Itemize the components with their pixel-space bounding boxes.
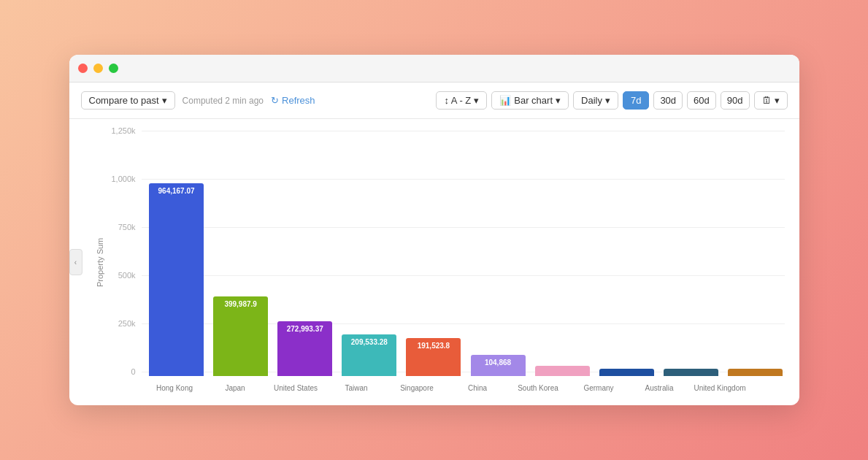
x-label-germany: Germany — [572, 377, 626, 398]
bar-group-taiwan[interactable]: 209,533.28 — [340, 126, 399, 376]
chevron-down-icon: ▾ — [162, 95, 167, 106]
bar-group-china[interactable]: 104,868 — [469, 126, 527, 376]
period-60d-button[interactable]: 60d — [687, 91, 716, 110]
bar-group-singapore[interactable]: 191,523.8 — [404, 126, 463, 376]
period-90d-button[interactable]: 90d — [721, 91, 750, 110]
bar-hong-kong: 964,167.07 — [149, 183, 204, 376]
refresh-label: Refresh — [282, 95, 315, 106]
period-30d-label: 30d — [660, 95, 676, 106]
toolbar: Compare to past ▾ Computed 2 min ago ↻ R… — [69, 83, 799, 119]
x-label-australia: Australia — [632, 377, 687, 398]
bar-group-australia[interactable] — [661, 126, 720, 376]
period-7d-button[interactable]: 7d — [623, 91, 649, 110]
sort-chevron-icon: ▾ — [474, 95, 479, 106]
bar-germany — [599, 369, 654, 376]
bar-value-label: 964,167.07 — [149, 187, 204, 195]
close-button[interactable] — [78, 64, 88, 73]
computed-text: Computed 2 min ago — [183, 96, 264, 106]
grid-label-750k: 750k — [109, 223, 142, 231]
compare-label: Compare to past — [89, 95, 159, 106]
grid-label-500k: 500k — [109, 271, 142, 280]
grid-label-1000k: 1,000k — [109, 175, 142, 183]
grid-label-1250k: 1,250k — [109, 126, 142, 135]
maximize-button[interactable] — [109, 64, 118, 73]
main-window: Compare to past ▾ Computed 2 min ago ↻ R… — [69, 55, 799, 405]
period-daily-button[interactable]: Daily ▾ — [573, 91, 618, 110]
bar-australia — [664, 369, 718, 376]
period-60d-label: 60d — [694, 95, 710, 106]
x-label-taiwan: Taiwan — [329, 377, 384, 398]
bar-value-label: 272,993.37 — [277, 325, 332, 333]
chart-inner: 1,250k 1,000k 750k 500k — [109, 126, 785, 398]
bar-value-label: 191,523.8 — [406, 342, 461, 350]
x-label-south-korea: South Korea — [511, 377, 566, 398]
bar-group-hong-kong[interactable]: 964,167.07 — [147, 126, 206, 376]
grid-area: 1,250k 1,000k 750k 500k — [109, 126, 785, 398]
minimize-button[interactable] — [93, 64, 103, 73]
refresh-button[interactable]: ↻ Refresh — [271, 95, 315, 106]
x-label-japan: Japan — [208, 377, 263, 398]
bar-group-south-korea[interactable] — [533, 126, 591, 376]
period-90d-label: 90d — [727, 95, 743, 106]
calendar-button[interactable]: 🗓 ▾ — [754, 91, 788, 110]
scroll-left-button[interactable]: ‹ — [69, 249, 82, 275]
toolbar-left: Compare to past ▾ Computed 2 min ago ↻ R… — [81, 91, 429, 110]
bar-taiwan: 209,533.28 — [342, 334, 396, 376]
x-label-china: China — [450, 377, 505, 398]
grid-label-250k: 250k — [109, 319, 142, 328]
refresh-icon: ↻ — [271, 95, 279, 106]
period-7d-label: 7d — [631, 95, 641, 106]
chart-type-button[interactable]: 📊 Bar chart ▾ — [491, 91, 569, 110]
grid-label-0: 0 — [109, 367, 142, 376]
bar-singapore: 191,523.8 — [406, 338, 461, 376]
bars-container: 964,167.07399,987.9272,993.37209,533.281… — [147, 126, 785, 376]
chart-chevron-icon: ▾ — [556, 95, 561, 106]
period-chevron-icon: ▾ — [605, 95, 610, 106]
bar-group-japan[interactable]: 399,987.9 — [212, 126, 270, 376]
chart-icon: 📊 — [499, 95, 511, 106]
bar-south-korea — [535, 366, 590, 376]
bar-value-label: 104,868 — [471, 359, 526, 367]
bar-group-united-states[interactable]: 272,993.37 — [276, 126, 334, 376]
bar-china: 104,868 — [471, 355, 526, 376]
bar-value-label: 209,533.28 — [342, 338, 396, 346]
x-label-united-states: United States — [269, 377, 323, 398]
sort-button[interactable]: ↕ A - Z ▾ — [436, 91, 487, 110]
chart-label: Bar chart — [514, 95, 553, 106]
bar-group-germany[interactable] — [597, 126, 656, 376]
x-label-hong-kong: Hong Kong — [147, 377, 202, 398]
bar-group-united-kingdom[interactable] — [726, 126, 784, 376]
x-labels: Hong KongJapanUnited StatesTaiwanSingapo… — [147, 377, 785, 398]
x-label-singapore: Singapore — [390, 377, 445, 398]
compare-button[interactable]: Compare to past ▾ — [81, 91, 175, 110]
calendar-icon: 🗓 — [762, 95, 772, 106]
bar-value-label: 399,987.9 — [213, 300, 268, 308]
calendar-chevron-icon: ▾ — [775, 95, 780, 106]
sort-label: ↕ A - Z — [444, 95, 471, 106]
y-axis-label: Property Sum — [91, 126, 109, 398]
x-label-united-kingdom: United Kingdom — [693, 377, 748, 398]
toolbar-right: ↕ A - Z ▾ 📊 Bar chart ▾ Daily ▾ 7d 30d 6… — [436, 91, 787, 110]
chart-area: ‹ Property Sum 1,250k 1,000k 750k — [69, 119, 799, 405]
bar-japan: 399,987.9 — [213, 296, 268, 376]
titlebar — [69, 55, 799, 83]
period-30d-button[interactable]: 30d — [653, 91, 683, 110]
bar-united-states: 272,993.37 — [277, 321, 332, 376]
period-label: Daily — [581, 95, 602, 106]
bar-united-kingdom — [728, 369, 783, 376]
